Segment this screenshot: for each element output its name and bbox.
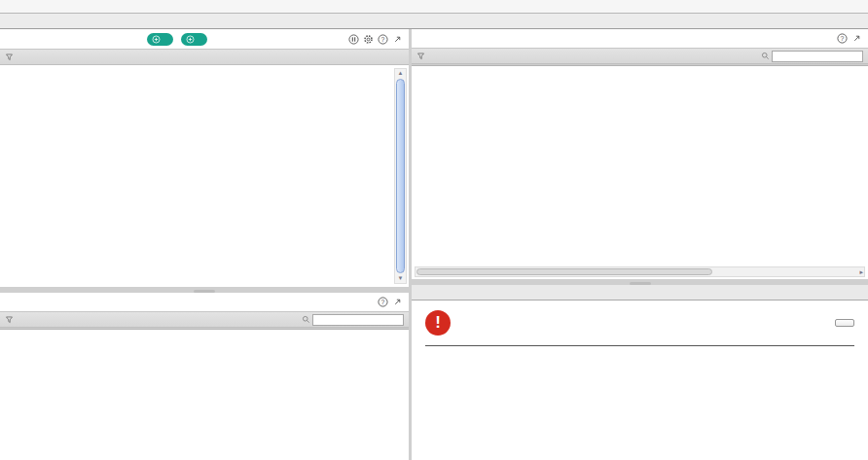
advisory-tab-bar [412, 285, 868, 301]
issue-activity-filterbar [412, 48, 868, 64]
main-tab-bar [0, 14, 868, 29]
event-log-header-icons [378, 297, 403, 307]
scroll-up-icon[interactable] [395, 69, 406, 78]
horizontal-splitter[interactable] [412, 282, 868, 285]
issue-rows [412, 66, 868, 265]
issue-activity-header [412, 29, 868, 48]
expand-icon[interactable] [392, 297, 403, 307]
pause-all-icon[interactable] [348, 34, 359, 45]
tasks-list [0, 65, 409, 287]
new-scan-button[interactable] [147, 33, 173, 46]
advisory-title-row: ! [425, 310, 854, 336]
advisory-panel: ! [412, 285, 868, 460]
issue-activity-header-icons [837, 33, 862, 44]
filter-funnel-icon[interactable] [416, 52, 425, 60]
event-log-panel [0, 293, 409, 460]
tasks-scrollbar[interactable] [394, 68, 407, 284]
filter-funnel-icon[interactable] [5, 315, 14, 324]
plus-circle-icon [152, 35, 161, 44]
help-icon[interactable] [837, 33, 848, 44]
help-icon[interactable] [378, 34, 388, 45]
help-icon[interactable] [378, 297, 388, 307]
scroll-down-icon[interactable] [395, 274, 406, 283]
left-column [0, 29, 409, 460]
tasks-header-icons [348, 34, 403, 45]
divider [425, 345, 854, 346]
issue-searchbox [761, 51, 863, 62]
compare-responses-button[interactable] [835, 319, 854, 327]
filter-funnel-icon[interactable] [5, 53, 14, 61]
advisory-body: ! [412, 301, 868, 460]
expand-icon[interactable] [851, 33, 862, 44]
event-log-searchbox [302, 314, 404, 326]
issue-horizontal-scrollbar[interactable] [415, 266, 865, 277]
new-live-task-button[interactable] [181, 33, 207, 46]
scrollbar-thumb[interactable] [416, 268, 712, 275]
high-severity-icon: ! [425, 310, 451, 336]
right-column: ! [412, 29, 868, 460]
tasks-header [0, 29, 409, 49]
event-log-header [0, 293, 409, 311]
plus-circle-icon [186, 35, 195, 44]
settings-gear-icon[interactable] [363, 34, 374, 45]
issue-activity-panel [412, 29, 868, 279]
search-icon [761, 52, 770, 60]
menubar [0, 0, 868, 14]
scrollbar-thumb[interactable] [396, 79, 405, 273]
search-icon [302, 315, 310, 324]
issue-search-input[interactable] [772, 51, 863, 62]
tasks-filterbar [0, 49, 409, 65]
horizontal-splitter[interactable] [0, 290, 409, 293]
event-log-search-input[interactable] [312, 314, 404, 326]
event-log-rows [0, 330, 409, 460]
dashboard-content: ! [0, 29, 868, 460]
expand-icon[interactable] [392, 34, 403, 45]
event-log-filterbar [0, 311, 409, 328]
tasks-panel [0, 29, 409, 287]
